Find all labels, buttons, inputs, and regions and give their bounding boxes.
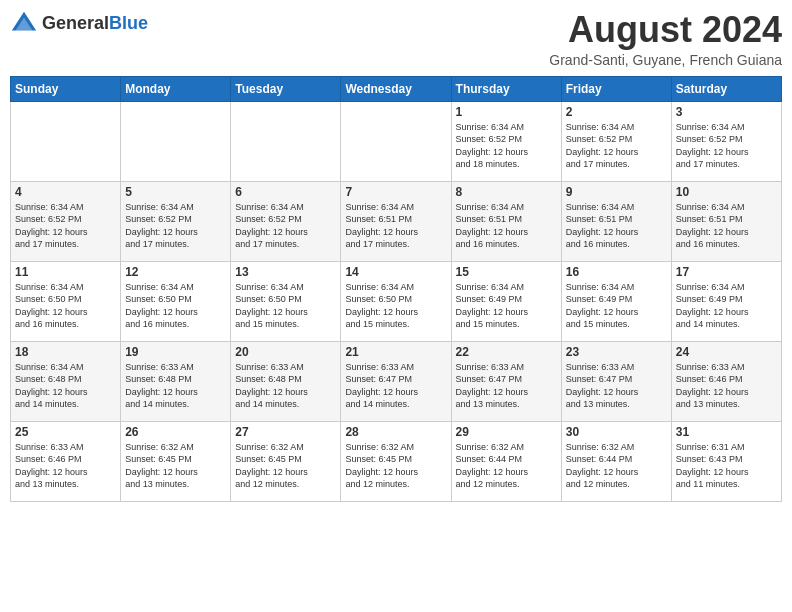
logo: GeneralBlue: [10, 10, 148, 38]
table-row: 7Sunrise: 6:34 AMSunset: 6:51 PMDaylight…: [341, 181, 451, 261]
calendar: Sunday Monday Tuesday Wednesday Thursday…: [10, 76, 782, 502]
table-row: 12Sunrise: 6:34 AMSunset: 6:50 PMDayligh…: [121, 261, 231, 341]
table-row: 2Sunrise: 6:34 AMSunset: 6:52 PMDaylight…: [561, 101, 671, 181]
day-number: 11: [15, 265, 116, 279]
day-info: Sunrise: 6:31 AMSunset: 6:43 PMDaylight:…: [676, 441, 777, 491]
table-row: 5Sunrise: 6:34 AMSunset: 6:52 PMDaylight…: [121, 181, 231, 261]
day-info: Sunrise: 6:34 AMSunset: 6:49 PMDaylight:…: [566, 281, 667, 331]
day-info: Sunrise: 6:34 AMSunset: 6:52 PMDaylight:…: [456, 121, 557, 171]
day-number: 15: [456, 265, 557, 279]
day-number: 29: [456, 425, 557, 439]
day-number: 21: [345, 345, 446, 359]
day-number: 18: [15, 345, 116, 359]
day-info: Sunrise: 6:33 AMSunset: 6:46 PMDaylight:…: [676, 361, 777, 411]
day-number: 1: [456, 105, 557, 119]
calendar-week-row: 18Sunrise: 6:34 AMSunset: 6:48 PMDayligh…: [11, 341, 782, 421]
day-info: Sunrise: 6:34 AMSunset: 6:52 PMDaylight:…: [235, 201, 336, 251]
day-info: Sunrise: 6:32 AMSunset: 6:44 PMDaylight:…: [456, 441, 557, 491]
table-row: [231, 101, 341, 181]
day-number: 9: [566, 185, 667, 199]
location: Grand-Santi, Guyane, French Guiana: [549, 52, 782, 68]
day-number: 25: [15, 425, 116, 439]
day-number: 13: [235, 265, 336, 279]
col-monday: Monday: [121, 76, 231, 101]
day-info: Sunrise: 6:34 AMSunset: 6:50 PMDaylight:…: [125, 281, 226, 331]
table-row: [11, 101, 121, 181]
day-number: 10: [676, 185, 777, 199]
day-number: 8: [456, 185, 557, 199]
day-number: 20: [235, 345, 336, 359]
table-row: 29Sunrise: 6:32 AMSunset: 6:44 PMDayligh…: [451, 421, 561, 501]
table-row: 13Sunrise: 6:34 AMSunset: 6:50 PMDayligh…: [231, 261, 341, 341]
table-row: 20Sunrise: 6:33 AMSunset: 6:48 PMDayligh…: [231, 341, 341, 421]
day-info: Sunrise: 6:34 AMSunset: 6:51 PMDaylight:…: [345, 201, 446, 251]
day-info: Sunrise: 6:34 AMSunset: 6:49 PMDaylight:…: [676, 281, 777, 331]
header: GeneralBlue August 2024 Grand-Santi, Guy…: [10, 10, 782, 68]
table-row: 16Sunrise: 6:34 AMSunset: 6:49 PMDayligh…: [561, 261, 671, 341]
table-row: 27Sunrise: 6:32 AMSunset: 6:45 PMDayligh…: [231, 421, 341, 501]
table-row: 3Sunrise: 6:34 AMSunset: 6:52 PMDaylight…: [671, 101, 781, 181]
day-number: 5: [125, 185, 226, 199]
day-info: Sunrise: 6:33 AMSunset: 6:46 PMDaylight:…: [15, 441, 116, 491]
title-block: August 2024 Grand-Santi, Guyane, French …: [549, 10, 782, 68]
table-row: 10Sunrise: 6:34 AMSunset: 6:51 PMDayligh…: [671, 181, 781, 261]
table-row: [341, 101, 451, 181]
table-row: 24Sunrise: 6:33 AMSunset: 6:46 PMDayligh…: [671, 341, 781, 421]
table-row: 18Sunrise: 6:34 AMSunset: 6:48 PMDayligh…: [11, 341, 121, 421]
day-info: Sunrise: 6:34 AMSunset: 6:52 PMDaylight:…: [15, 201, 116, 251]
day-number: 17: [676, 265, 777, 279]
day-number: 6: [235, 185, 336, 199]
table-row: 11Sunrise: 6:34 AMSunset: 6:50 PMDayligh…: [11, 261, 121, 341]
table-row: 30Sunrise: 6:32 AMSunset: 6:44 PMDayligh…: [561, 421, 671, 501]
day-number: 7: [345, 185, 446, 199]
day-number: 23: [566, 345, 667, 359]
day-info: Sunrise: 6:32 AMSunset: 6:45 PMDaylight:…: [125, 441, 226, 491]
page: GeneralBlue August 2024 Grand-Santi, Guy…: [0, 0, 792, 612]
day-info: Sunrise: 6:33 AMSunset: 6:48 PMDaylight:…: [125, 361, 226, 411]
calendar-header-row: Sunday Monday Tuesday Wednesday Thursday…: [11, 76, 782, 101]
table-row: 26Sunrise: 6:32 AMSunset: 6:45 PMDayligh…: [121, 421, 231, 501]
logo-text: GeneralBlue: [42, 14, 148, 34]
day-info: Sunrise: 6:34 AMSunset: 6:51 PMDaylight:…: [676, 201, 777, 251]
calendar-week-row: 4Sunrise: 6:34 AMSunset: 6:52 PMDaylight…: [11, 181, 782, 261]
day-number: 27: [235, 425, 336, 439]
table-row: 23Sunrise: 6:33 AMSunset: 6:47 PMDayligh…: [561, 341, 671, 421]
day-info: Sunrise: 6:33 AMSunset: 6:47 PMDaylight:…: [345, 361, 446, 411]
col-friday: Friday: [561, 76, 671, 101]
day-info: Sunrise: 6:32 AMSunset: 6:45 PMDaylight:…: [235, 441, 336, 491]
day-info: Sunrise: 6:34 AMSunset: 6:52 PMDaylight:…: [125, 201, 226, 251]
day-info: Sunrise: 6:33 AMSunset: 6:48 PMDaylight:…: [235, 361, 336, 411]
table-row: 4Sunrise: 6:34 AMSunset: 6:52 PMDaylight…: [11, 181, 121, 261]
table-row: 19Sunrise: 6:33 AMSunset: 6:48 PMDayligh…: [121, 341, 231, 421]
month-title: August 2024: [549, 10, 782, 50]
table-row: 17Sunrise: 6:34 AMSunset: 6:49 PMDayligh…: [671, 261, 781, 341]
col-sunday: Sunday: [11, 76, 121, 101]
day-number: 14: [345, 265, 446, 279]
day-number: 22: [456, 345, 557, 359]
col-thursday: Thursday: [451, 76, 561, 101]
day-number: 26: [125, 425, 226, 439]
table-row: 15Sunrise: 6:34 AMSunset: 6:49 PMDayligh…: [451, 261, 561, 341]
table-row: 31Sunrise: 6:31 AMSunset: 6:43 PMDayligh…: [671, 421, 781, 501]
day-info: Sunrise: 6:34 AMSunset: 6:51 PMDaylight:…: [566, 201, 667, 251]
day-info: Sunrise: 6:34 AMSunset: 6:50 PMDaylight:…: [345, 281, 446, 331]
table-row: 1Sunrise: 6:34 AMSunset: 6:52 PMDaylight…: [451, 101, 561, 181]
table-row: 9Sunrise: 6:34 AMSunset: 6:51 PMDaylight…: [561, 181, 671, 261]
day-number: 12: [125, 265, 226, 279]
day-info: Sunrise: 6:33 AMSunset: 6:47 PMDaylight:…: [456, 361, 557, 411]
calendar-week-row: 25Sunrise: 6:33 AMSunset: 6:46 PMDayligh…: [11, 421, 782, 501]
day-info: Sunrise: 6:34 AMSunset: 6:48 PMDaylight:…: [15, 361, 116, 411]
day-info: Sunrise: 6:34 AMSunset: 6:51 PMDaylight:…: [456, 201, 557, 251]
table-row: 25Sunrise: 6:33 AMSunset: 6:46 PMDayligh…: [11, 421, 121, 501]
day-number: 19: [125, 345, 226, 359]
day-info: Sunrise: 6:34 AMSunset: 6:49 PMDaylight:…: [456, 281, 557, 331]
calendar-week-row: 1Sunrise: 6:34 AMSunset: 6:52 PMDaylight…: [11, 101, 782, 181]
day-info: Sunrise: 6:34 AMSunset: 6:50 PMDaylight:…: [235, 281, 336, 331]
table-row: [121, 101, 231, 181]
day-number: 28: [345, 425, 446, 439]
day-number: 2: [566, 105, 667, 119]
day-info: Sunrise: 6:34 AMSunset: 6:52 PMDaylight:…: [566, 121, 667, 171]
day-number: 30: [566, 425, 667, 439]
logo-icon: [10, 10, 38, 38]
day-info: Sunrise: 6:32 AMSunset: 6:45 PMDaylight:…: [345, 441, 446, 491]
